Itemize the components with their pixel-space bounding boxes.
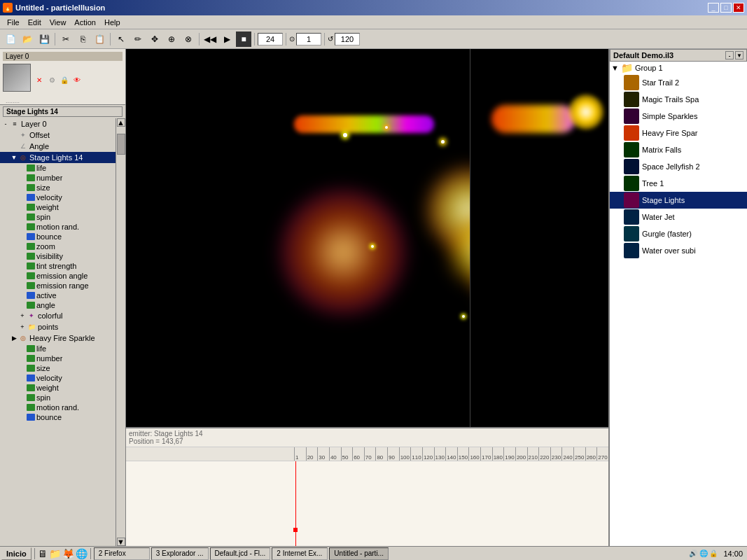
fps-input[interactable]: 24 xyxy=(258,33,283,46)
tb-new-button[interactable]: 📄 xyxy=(3,31,18,47)
tree-scrollbar[interactable]: ▲ ▼ xyxy=(116,118,125,546)
tree-item-size[interactable]: size xyxy=(0,183,116,192)
lib-item-gurgle[interactable]: Gurgle (faster) xyxy=(610,225,747,242)
tree-expand-layer0[interactable]: - xyxy=(1,120,10,128)
taskbar-item-explorer1[interactable]: 3 Explorador ... xyxy=(151,547,209,560)
tree-item-layer0[interactable]: -≡Layer 0 xyxy=(0,118,116,130)
tree-expand-visibility[interactable] xyxy=(18,252,27,260)
tree-expand-emissionangle[interactable] xyxy=(18,272,27,280)
tree-expand-points[interactable]: + xyxy=(18,323,27,331)
tree-item-active[interactable]: active xyxy=(0,290,116,300)
lib-item-heavyfirespar[interactable]: Heavy Fire Spar xyxy=(610,125,747,141)
tb-open-button[interactable]: 📂 xyxy=(20,31,35,47)
maximize-button[interactable]: □ xyxy=(720,3,732,13)
layer-lock-button[interactable]: 🔒 xyxy=(59,74,70,85)
tree-item-motionrand2[interactable]: motion rand. xyxy=(0,402,116,412)
tb-copy-button[interactable]: ⎘ xyxy=(75,31,90,47)
timeline-content[interactable] xyxy=(126,461,608,546)
lib-item-tree1[interactable]: Tree 1 xyxy=(610,175,747,192)
library-scroll-button[interactable]: ▼ xyxy=(735,51,743,59)
tree-expand-tintstrength[interactable] xyxy=(18,262,27,270)
tree-item-life2[interactable]: life xyxy=(0,344,116,354)
tree-expand-motionrand[interactable] xyxy=(18,223,27,231)
tree-item-weight2[interactable]: weight xyxy=(0,383,116,393)
tree-item-bounce[interactable]: bounce xyxy=(0,232,116,241)
menu-view[interactable]: View xyxy=(46,17,71,28)
menu-help[interactable]: Help xyxy=(100,17,125,28)
tree-expand-number[interactable] xyxy=(18,174,27,182)
menu-file[interactable]: File xyxy=(3,17,24,28)
tree-expand-motionrand2[interactable] xyxy=(18,403,27,412)
taskbar-item-defaultjcd[interactable]: Default.jcd - Fl... xyxy=(210,547,271,560)
field-input[interactable]: 1 xyxy=(296,33,321,46)
tree-item-bounce2[interactable]: bounce xyxy=(0,412,116,422)
tree-expand-velocity2[interactable] xyxy=(18,374,27,382)
lib-item-waterjet[interactable]: Water Jet xyxy=(610,209,747,225)
taskbar-icon-4[interactable]: 🌐 xyxy=(76,548,88,559)
tree-item-weight[interactable]: weight xyxy=(0,202,116,212)
tree-expand-angle2[interactable] xyxy=(18,301,27,309)
tree-expand-life[interactable] xyxy=(18,164,27,172)
tree-item-visibility[interactable]: visibility xyxy=(0,251,116,261)
layer-visible-button[interactable]: 👁 xyxy=(71,74,83,85)
layer-settings-button[interactable]: ⚙ xyxy=(46,74,57,85)
menu-edit[interactable]: Edit xyxy=(24,17,46,28)
tree-item-colorful[interactable]: +✦colorful xyxy=(0,310,116,321)
tree-expand-zoom[interactable] xyxy=(18,242,27,251)
taskbar-item-internetex[interactable]: 2 Internet Ex... xyxy=(272,547,328,560)
tree-expand-spin[interactable] xyxy=(18,213,27,221)
tb-paste-button[interactable]: 📋 xyxy=(92,31,107,47)
tree-item-points[interactable]: +📁points xyxy=(0,321,116,332)
tree-item-angle[interactable]: ∠Angle xyxy=(0,141,116,152)
lib-item-stagelights[interactable]: Stage Lights xyxy=(610,192,747,209)
tree-expand-bounce[interactable] xyxy=(18,232,27,241)
tree-item-stagelights[interactable]: ▼◎Stage Lights 14 xyxy=(0,152,116,163)
lib-item-magictrailsspa[interactable]: Magic Trails Spa xyxy=(610,91,747,108)
tree-expand-angle[interactable] xyxy=(10,142,18,150)
tb-move-button[interactable]: ✥ xyxy=(147,31,162,47)
lib-item-startrail2[interactable]: Star Trail 2 xyxy=(610,74,747,91)
tb-save-button[interactable]: 💾 xyxy=(36,31,52,47)
tree-item-velocity2[interactable]: velocity xyxy=(0,373,116,383)
tb-cut-button[interactable]: ✂ xyxy=(58,31,74,47)
lib-group-group1[interactable]: ▼ 📁 Group 1 xyxy=(610,62,747,74)
tree-expand-velocity[interactable] xyxy=(18,193,27,202)
tree-expand-weight[interactable] xyxy=(18,203,27,211)
minimize-button[interactable]: _ xyxy=(708,3,719,13)
tb-add-button[interactable]: ⊕ xyxy=(164,31,179,47)
tree-expand-size2[interactable] xyxy=(18,364,27,372)
tree-expand-active[interactable] xyxy=(18,291,27,300)
tree-item-tintstrength[interactable]: tint strength xyxy=(0,261,116,271)
scrollbar-down[interactable]: ▼ xyxy=(117,538,125,546)
tb-draw-button[interactable]: ✏ xyxy=(130,31,146,47)
tb-pointer-button[interactable]: ↖ xyxy=(113,31,129,47)
layer-delete-button[interactable]: ✕ xyxy=(34,74,45,85)
close-button[interactable]: ✕ xyxy=(733,3,744,13)
tree-item-size2[interactable]: size xyxy=(0,363,116,373)
tree-expand-emissionrange[interactable] xyxy=(18,281,27,290)
lib-item-spacejellyfish[interactable]: Space Jellyfish 2 xyxy=(610,158,747,175)
library-collapse-button[interactable]: - xyxy=(725,51,734,59)
tb-delete-button[interactable]: ⊗ xyxy=(181,31,196,47)
taskbar-item-ff1[interactable]: 2 Firefox xyxy=(94,547,150,560)
taskbar-icon-3[interactable]: 🦊 xyxy=(62,548,74,559)
tree-item-angle2[interactable]: angle xyxy=(0,300,116,310)
tree-expand-spin2[interactable] xyxy=(18,393,27,402)
lib-item-simplesparkles[interactable]: Simple Sparkles xyxy=(610,108,747,125)
tree-item-heavyfire[interactable]: ▶◎Heavy Fire Sparkle xyxy=(0,332,116,344)
scrollbar-up[interactable]: ▲ xyxy=(117,118,125,127)
tree-item-emissionangle[interactable]: emission angle xyxy=(0,271,116,281)
tree-expand-life2[interactable] xyxy=(18,344,27,353)
tree-expand-bounce2[interactable] xyxy=(18,413,27,421)
tb-play-button[interactable]: ▶ xyxy=(219,31,235,47)
tree-expand-size[interactable] xyxy=(18,183,27,192)
tree-expand-offset[interactable] xyxy=(10,131,18,139)
taskbar-icon-1[interactable]: 🖥 xyxy=(38,548,48,559)
menu-action[interactable]: Action xyxy=(70,17,100,28)
tree-expand-weight2[interactable] xyxy=(18,384,27,392)
tree-expand-stagelights[interactable]: ▼ xyxy=(10,153,18,162)
tree-item-offset[interactable]: ✦Offset xyxy=(0,130,116,141)
taskbar-icon-2[interactable]: 📁 xyxy=(49,548,61,559)
lib-item-matrixfalls[interactable]: Matrix Falls xyxy=(610,141,747,158)
taskbar-item-particle[interactable]: Untitled - parti... xyxy=(329,547,389,560)
